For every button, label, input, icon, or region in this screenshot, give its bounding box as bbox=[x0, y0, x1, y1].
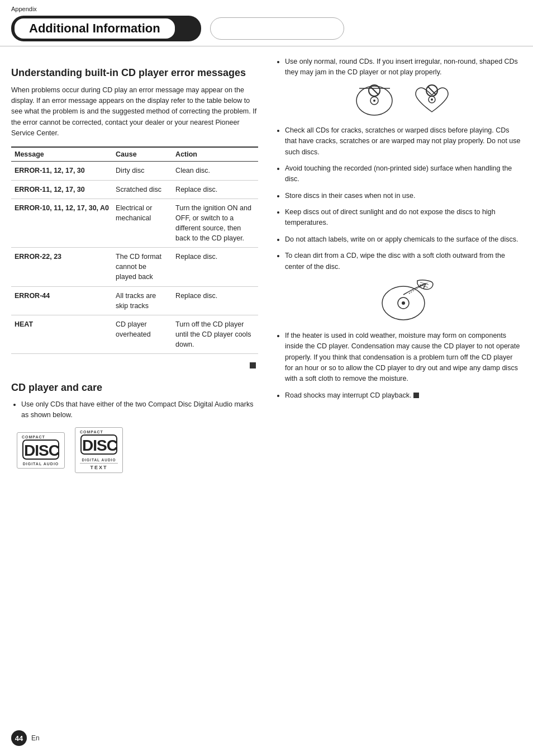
table-row: ERROR-44All tracks are skip tracksReplac… bbox=[11, 286, 258, 315]
col-message: Message bbox=[11, 147, 112, 162]
cell-message: ERROR-11, 12, 17, 30 bbox=[11, 162, 112, 180]
cd-logo-1-middle: DISC bbox=[22, 439, 60, 462]
col-cause: Cause bbox=[112, 147, 172, 162]
cloth-illustration bbox=[285, 278, 522, 323]
left-column: Understanding built-in CD player error m… bbox=[11, 56, 258, 479]
table-row: ERROR-10, 11, 12, 17, 30, A0Electrical o… bbox=[11, 199, 258, 248]
header-bar: Additional Information bbox=[0, 0, 533, 46]
blank-pill bbox=[210, 17, 344, 40]
cell-cause: Scratched disc bbox=[112, 180, 172, 199]
cell-action: Turn the ignition ON and OFF, or switch … bbox=[172, 199, 258, 248]
title-pill-inner: Additional Information bbox=[15, 18, 175, 39]
cd-logos: COMPACT DISC DIGITAL AUDIO bbox=[17, 427, 258, 473]
cloth-svg bbox=[370, 278, 437, 323]
right-bullet-item: Road shocks may interrupt CD playback. bbox=[285, 390, 522, 401]
disc-svg-1: DISC bbox=[22, 439, 60, 460]
cell-message: ERROR-10, 11, 12, 17, 30, A0 bbox=[11, 199, 112, 248]
cd-logo-2: COMPACT DISC DIGITAL AUDIO TEXT bbox=[75, 427, 123, 473]
cell-action: Replace disc. bbox=[172, 286, 258, 315]
cd-logo-1-top: COMPACT bbox=[22, 435, 60, 439]
disc-svg-2: DISC bbox=[80, 434, 118, 455]
cell-message: HEAT bbox=[11, 315, 112, 353]
table-end-symbol bbox=[11, 360, 258, 368]
right-bullet-item: To clean dirt from a CD, wipe the disc w… bbox=[285, 251, 522, 272]
svg-point-16 bbox=[402, 301, 405, 305]
stop-symbol bbox=[413, 393, 419, 398]
right-bullet-item: Avoid touching the recorded (non-printed… bbox=[285, 163, 522, 185]
right-bullet-item: Do not attach labels, write on or apply … bbox=[285, 234, 522, 245]
right-bullet-item: Check all CDs for cracks, scratches or w… bbox=[285, 125, 522, 158]
cell-cause: The CD format cannot be played back bbox=[112, 248, 172, 286]
cd-shape-irregular-2 bbox=[411, 84, 453, 117]
right-bullet-item: If the heater is used in cold weather, m… bbox=[285, 330, 522, 385]
cell-cause: Electrical or mechanical bbox=[112, 199, 172, 248]
care-bullet-1: Use only CDs that have either of the two… bbox=[21, 399, 258, 421]
right-bullet-item: Use only normal, round CDs. If you inser… bbox=[285, 56, 522, 78]
table-row: ERROR-11, 12, 17, 30Scratched discReplac… bbox=[11, 180, 258, 199]
cd-logo-2-top: COMPACT bbox=[80, 430, 118, 434]
title-pill: Additional Information bbox=[11, 16, 201, 41]
cell-cause: All tracks are skip tracks bbox=[112, 286, 172, 315]
svg-line-13 bbox=[428, 87, 436, 94]
cd-logo-1-bottom: DIGITAL AUDIO bbox=[22, 462, 60, 466]
footer-lang: En bbox=[31, 734, 40, 742]
table-row: ERROR-22, 23The CD format cannot be play… bbox=[11, 248, 258, 286]
svg-line-9 bbox=[370, 87, 378, 94]
cell-action: Clean disc. bbox=[172, 162, 258, 180]
right-bullet-list: Use only normal, round CDs. If you inser… bbox=[275, 56, 522, 401]
page-number: 44 bbox=[11, 730, 27, 746]
right-column: Use only normal, round CDs. If you inser… bbox=[275, 56, 522, 479]
cell-message: ERROR-11, 12, 17, 30 bbox=[11, 180, 112, 199]
table-row: ERROR-11, 12, 17, 30Dirty discClean disc… bbox=[11, 162, 258, 180]
cell-message: ERROR-44 bbox=[11, 286, 112, 315]
error-section: Understanding built-in CD player error m… bbox=[11, 67, 258, 368]
appendix-label: Appendix bbox=[11, 6, 37, 12]
right-bullet-item: Keep discs out of direct sunlight and do… bbox=[285, 207, 522, 229]
cd-logo-2-text: TEXT bbox=[80, 463, 118, 470]
cd-logo-2-middle: DISC bbox=[80, 434, 118, 458]
irregular-cd-illustration bbox=[285, 84, 522, 117]
cell-cause: Dirty disc bbox=[112, 162, 172, 180]
cell-cause: CD player overheated bbox=[112, 315, 172, 353]
cell-action: Replace disc. bbox=[172, 248, 258, 286]
svg-point-11 bbox=[431, 98, 433, 101]
cd-logo-2-bottom: DIGITAL AUDIO bbox=[80, 458, 118, 462]
svg-text:DISC: DISC bbox=[24, 442, 60, 459]
care-bullet-list: Use only CDs that have either of the two… bbox=[11, 399, 258, 421]
table-row: HEATCD player overheatedTurn off the CD … bbox=[11, 315, 258, 353]
page-title: Additional Information bbox=[29, 21, 160, 35]
page-wrapper: Appendix Additional Information Understa… bbox=[0, 0, 533, 756]
error-section-intro: When problems occur during CD play an er… bbox=[11, 85, 258, 139]
col-action: Action bbox=[172, 147, 258, 162]
cd-logo-1: COMPACT DISC DIGITAL AUDIO bbox=[17, 432, 65, 469]
footer-bar: 44 En bbox=[11, 730, 522, 746]
error-section-title: Understanding built-in CD player error m… bbox=[11, 67, 258, 79]
care-section-title: CD player and care bbox=[11, 382, 258, 394]
error-table: Message Cause Action ERROR-11, 12, 17, 3… bbox=[11, 147, 258, 354]
cell-message: ERROR-22, 23 bbox=[11, 248, 112, 286]
cd-shape-irregular-1 bbox=[354, 84, 396, 117]
right-bullet-item: Store discs in their cases when not in u… bbox=[285, 191, 522, 201]
svg-point-6 bbox=[373, 100, 375, 102]
svg-text:DISC: DISC bbox=[82, 437, 118, 454]
content-area: Understanding built-in CD player error m… bbox=[0, 46, 533, 490]
care-section: CD player and care Use only CDs that hav… bbox=[11, 382, 258, 474]
cell-action: Turn off the CD player until the CD play… bbox=[172, 315, 258, 353]
cell-action: Replace disc. bbox=[172, 180, 258, 199]
